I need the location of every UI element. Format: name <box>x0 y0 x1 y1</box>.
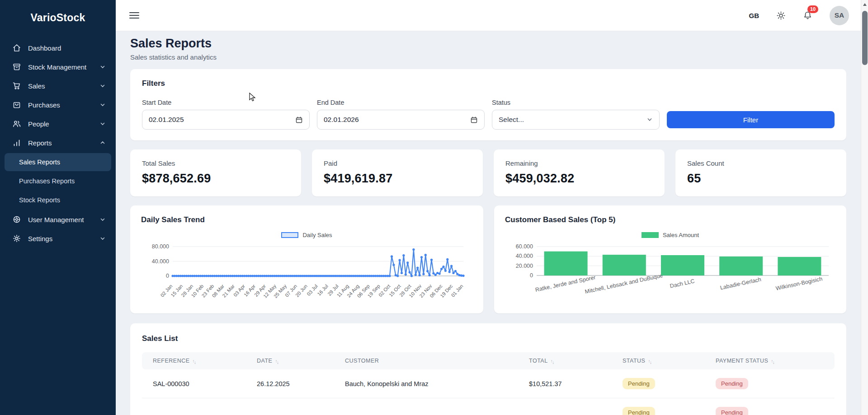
sales-list-panel: Sales List REFERENCE↑↓ DATE↑↓ CUSTOMER T… <box>130 323 846 415</box>
sidebar-item-label: Purchases <box>28 101 99 109</box>
stats-row: Total Sales $878,652.69 Paid $419,619.87… <box>130 149 846 196</box>
svg-text:01 Jan: 01 Jan <box>450 283 464 298</box>
cell-date <box>246 398 334 415</box>
stat-value: $459,032.82 <box>505 172 653 186</box>
box-icon <box>12 62 22 72</box>
topbar: GB 10 SA <box>116 0 861 31</box>
sidebar-item-purchases[interactable]: Purchases <box>0 95 116 114</box>
sub-item-label: Purchases Reports <box>19 177 75 185</box>
sidebar-item-user-management[interactable]: User Management <box>0 210 116 229</box>
scrollbar-up-arrow[interactable] <box>863 3 867 6</box>
sort-icon: ↑↓ <box>193 359 197 364</box>
customer-sales-chart: 020.00040.00060.000Ratke, Jerde and Spor… <box>505 240 835 309</box>
end-date-field: End Date 02.01.2026 <box>317 99 485 130</box>
sidebar-item-label: Dashboard <box>28 44 106 52</box>
page-subtitle: Sales statistics and analytics <box>130 53 846 61</box>
cell-customer: Bauch, Konopelski and Mraz <box>334 369 518 398</box>
start-date-input[interactable]: 02.01.2025 <box>142 110 310 130</box>
sidebar-item-people[interactable]: People <box>0 114 116 133</box>
cell-date: 26.12.2025 <box>246 369 334 398</box>
vertical-scrollbar <box>861 0 868 415</box>
main-content: Sales Reports Sales statistics and analy… <box>116 31 861 415</box>
svg-text:40.000: 40.000 <box>152 258 169 265</box>
column-header-payment-status[interactable]: PAYMENT STATUS↑↓ <box>705 352 835 369</box>
theme-toggle-sun-icon[interactable] <box>776 11 786 20</box>
column-header-total[interactable]: TOTAL↑↓ <box>518 352 612 369</box>
column-header-status[interactable]: STATUS↑↓ <box>612 352 705 369</box>
chevron-down-icon <box>99 64 106 70</box>
sidebar-item-reports[interactable]: Reports <box>0 133 116 152</box>
status-select[interactable]: Select... <box>492 110 660 130</box>
gear-icon <box>12 233 22 243</box>
crosshair-icon <box>12 214 22 224</box>
status-field: Status Select... <box>492 99 660 130</box>
scrollbar-thumb[interactable] <box>862 11 868 65</box>
sidebar-item-stock-management[interactable]: Stock Management <box>0 57 116 76</box>
chart-title: Customer Based Sales (Top 5) <box>505 215 835 224</box>
sidebar-item-purchases-reports[interactable]: Purchases Reports <box>5 172 111 190</box>
sidebar-item-label: User Management <box>28 216 99 224</box>
filter-button[interactable]: Filter <box>667 111 835 128</box>
sidebar-item-settings[interactable]: Settings <box>0 229 116 248</box>
stat-card-remaining: Remaining $459,032.82 <box>494 149 665 196</box>
column-header-customer[interactable]: CUSTOMER <box>334 352 518 369</box>
start-date-field: Start Date 02.01.2025 <box>142 99 310 130</box>
sidebar-item-stock-reports[interactable]: Stock Reports <box>5 191 111 209</box>
cell-reference: SAL-000030 <box>142 369 246 398</box>
table-row[interactable]: SAL-000030 26.12.2025 Bauch, Konopelski … <box>142 369 835 398</box>
users-icon <box>12 119 22 129</box>
column-header-reference[interactable]: REFERENCE↑↓ <box>142 352 246 369</box>
table-row[interactable]: Pending Pending <box>142 398 835 415</box>
legend-swatch-line <box>281 232 298 238</box>
svg-text:Dach LLC: Dach LLC <box>670 278 695 289</box>
stat-card-sales-count: Sales Count 65 <box>675 149 846 196</box>
chart-title: Daily Sales Trend <box>141 215 472 224</box>
cell-status: Pending <box>612 398 705 415</box>
chevron-down-icon <box>99 83 106 89</box>
status-label: Status <box>492 99 660 106</box>
payment-status-badge: Pending <box>716 407 748 415</box>
stat-label: Paid <box>324 159 471 167</box>
svg-text:16 Jul: 16 Jul <box>316 283 329 297</box>
start-date-value: 02.01.2025 <box>149 116 184 124</box>
status-badge: Pending <box>623 407 655 415</box>
customer-sales-card: Customer Based Sales (Top 5) Sales Amoun… <box>494 205 846 313</box>
filters-panel: Filters Start Date 02.01.2025 End Date 0… <box>130 69 846 140</box>
cell-status: Pending <box>612 369 705 398</box>
sidebar-item-label: Sales <box>28 82 99 90</box>
svg-text:03 Jul: 03 Jul <box>306 283 319 297</box>
calendar-icon <box>295 116 303 124</box>
cell-total <box>518 398 612 415</box>
page-title: Sales Reports <box>130 37 846 51</box>
hamburger-menu-icon[interactable] <box>129 10 139 20</box>
chevron-down-icon <box>646 117 653 123</box>
home-icon <box>12 43 22 53</box>
stat-value: $878,652.69 <box>142 172 289 186</box>
chevron-down-icon <box>99 216 106 223</box>
avatar[interactable]: SA <box>830 6 849 25</box>
end-date-input[interactable]: 02.01.2026 <box>317 110 485 130</box>
chevron-down-icon <box>99 121 106 127</box>
stat-value: $419,619.87 <box>324 172 471 186</box>
cell-customer <box>334 398 518 415</box>
chevron-down-icon <box>99 102 106 108</box>
sub-item-label: Stock Reports <box>19 196 60 204</box>
cell-payment-status: Pending <box>705 398 835 415</box>
sidebar-nav: Dashboard Stock Management Sales Purchas… <box>0 38 116 248</box>
chart-legend: Sales Amount <box>505 232 835 238</box>
sidebar-item-sales-reports[interactable]: Sales Reports <box>5 153 111 171</box>
notifications-bell-icon[interactable]: 10 <box>803 11 812 20</box>
language-selector[interactable]: GB <box>749 12 760 19</box>
calendar-icon <box>470 116 478 124</box>
svg-text:Wilkinson-Bogisich: Wilkinson-Bogisich <box>775 275 823 292</box>
cell-reference <box>142 398 246 415</box>
column-header-date[interactable]: DATE↑↓ <box>246 352 334 369</box>
svg-text:Labadie-Gerlach: Labadie-Gerlach <box>720 276 762 291</box>
cell-total: $10,521.37 <box>518 369 612 398</box>
sort-icon: ↑↓ <box>275 359 279 364</box>
sort-icon: ↑↓ <box>771 359 775 364</box>
sidebar-item-dashboard[interactable]: Dashboard <box>0 38 116 57</box>
sidebar-item-sales[interactable]: Sales <box>0 76 116 95</box>
legend-label: Daily Sales <box>302 232 332 238</box>
stat-label: Total Sales <box>142 159 289 167</box>
